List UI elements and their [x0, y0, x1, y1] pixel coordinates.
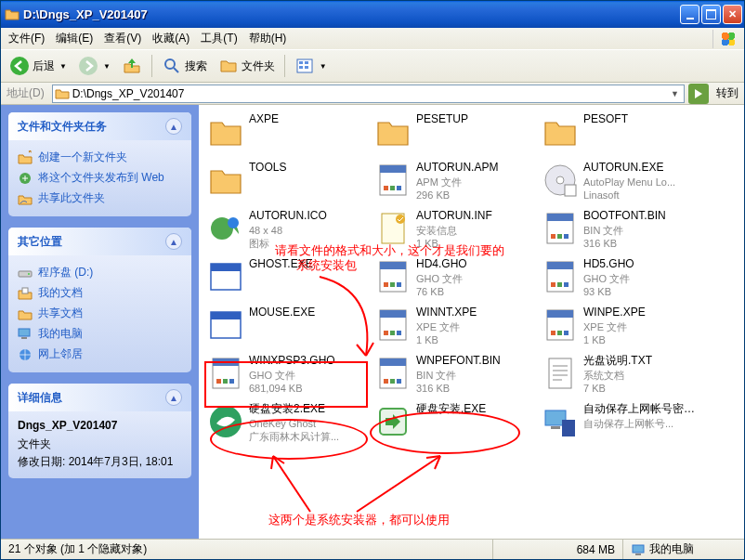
- sidebar-other-item[interactable]: 共享文档: [18, 304, 182, 324]
- address-input[interactable]: [72, 87, 665, 100]
- file-sub1: XPE 文件: [416, 320, 537, 333]
- file-item[interactable]: MOUSE.EXE: [204, 304, 372, 352]
- file-sub1: GHO 文件: [416, 272, 537, 285]
- sidebar-item-label: 我的文档: [38, 286, 83, 301]
- file-item[interactable]: WNPEFONT.BINBIN 文件316 KB: [372, 352, 539, 400]
- file-icon: [373, 209, 412, 248]
- svg-rect-54: [551, 331, 555, 335]
- svg-text:*: *: [28, 150, 33, 160]
- file-sub2: 1 KB: [416, 333, 537, 346]
- file-sub2: Linasoft: [583, 189, 704, 202]
- sidebar-other-item[interactable]: 我的文档: [18, 283, 182, 304]
- file-item[interactable]: WINXPSP3.GHOGHO 文件681,094 KB: [204, 352, 372, 400]
- svg-rect-44: [564, 282, 569, 287]
- file-item[interactable]: 硬盘安装.EXE: [372, 400, 539, 449]
- file-sub2: 681,094 KB: [249, 382, 370, 395]
- svg-rect-59: [216, 379, 221, 384]
- file-item[interactable]: AUTORUN.ICO48 x 48图标: [204, 207, 372, 255]
- file-item[interactable]: BOOTFONT.BINBIN 文件316 KB: [539, 207, 706, 255]
- file-name: AUTORUN.EXE: [583, 161, 704, 176]
- sidebar-task-item[interactable]: 共享此文件夹: [18, 189, 182, 209]
- file-item[interactable]: AUTORUN.INF安装信息1 KB: [372, 207, 539, 255]
- file-item[interactable]: PESOFT: [539, 111, 706, 159]
- file-item[interactable]: 光盘说明.TXT系统文档7 KB: [539, 352, 706, 400]
- menu-edit[interactable]: 编辑(E): [50, 28, 98, 49]
- file-name: BOOTFONT.BIN: [583, 209, 704, 224]
- menu-help[interactable]: 帮助(H): [243, 28, 293, 49]
- sidebar-other-item[interactable]: 网上邻居: [18, 345, 182, 365]
- panel-tasks-header[interactable]: 文件和文件夹任务 ▲: [8, 112, 191, 140]
- file-sub2: 296 KB: [416, 189, 537, 202]
- minimize-button[interactable]: [680, 5, 699, 24]
- svg-rect-73: [633, 545, 644, 553]
- go-button[interactable]: [688, 84, 709, 104]
- sidebar-task-item[interactable]: *创建一个新文件夹: [18, 148, 182, 168]
- chevron-down-icon: ▼: [320, 62, 327, 71]
- newfolder-icon: *: [18, 150, 33, 165]
- file-item[interactable]: AUTORUN.APMAPM 文件296 KB: [372, 159, 539, 207]
- views-button[interactable]: ▼: [290, 53, 332, 79]
- svg-rect-4: [299, 61, 303, 64]
- address-box[interactable]: ▼: [52, 85, 685, 103]
- file-item[interactable]: PESETUP: [372, 111, 539, 159]
- svg-rect-72: [562, 420, 575, 436]
- sidebar-other-item[interactable]: 程序盘 (D:): [18, 263, 182, 283]
- file-item[interactable]: WINPE.XPEXPE 文件1 KB: [539, 304, 706, 352]
- file-icon: [206, 354, 245, 393]
- search-button[interactable]: 搜索: [157, 53, 212, 79]
- file-name: HD5.GHO: [583, 257, 704, 272]
- file-item[interactable]: AXPE: [204, 111, 372, 159]
- svg-rect-41: [547, 262, 573, 269]
- sidebar-item-label: 将这个文件夹发布到 Web: [38, 171, 164, 186]
- details-type: 文件夹: [18, 436, 182, 453]
- go-label: 转到: [712, 85, 742, 101]
- search-icon: [162, 56, 182, 76]
- close-button[interactable]: [723, 5, 742, 24]
- file-item[interactable]: WINNT.XPEXPE 文件1 KB: [372, 304, 539, 352]
- file-sub1: AutoPlay Menu Lo...: [583, 176, 704, 189]
- computer-icon: [631, 542, 646, 557]
- file-name: AUTORUN.INF: [416, 209, 537, 224]
- svg-rect-74: [635, 553, 641, 555]
- sidebar-other-item[interactable]: 我的电脑: [18, 324, 182, 345]
- menu-view[interactable]: 查看(V): [98, 28, 147, 49]
- svg-rect-37: [384, 282, 388, 287]
- menu-file[interactable]: 文件(F): [3, 28, 50, 49]
- file-item[interactable]: TOOLS: [204, 159, 372, 207]
- views-icon: [294, 56, 315, 76]
- file-icon: [373, 402, 412, 441]
- file-icon: [373, 112, 412, 151]
- panel-tasks: 文件和文件夹任务 ▲ *创建一个新文件夹将这个文件夹发布到 Web共享此文件夹: [8, 112, 191, 216]
- forward-button[interactable]: ▼: [73, 53, 115, 79]
- menu-tools[interactable]: 工具(T): [195, 28, 242, 49]
- svg-rect-18: [384, 186, 388, 190]
- file-item[interactable]: 自动保存上网帐号密码到U盘.EXE自动保存上网帐号...: [539, 400, 706, 449]
- maximize-button[interactable]: [701, 5, 721, 24]
- svg-rect-55: [557, 331, 562, 335]
- file-sub1: OneKey Ghost: [249, 417, 370, 430]
- back-button[interactable]: 后退 ▼: [5, 53, 72, 79]
- svg-rect-66: [397, 379, 401, 384]
- panel-details-header[interactable]: 详细信息 ▲: [8, 384, 191, 411]
- svg-rect-56: [564, 331, 569, 335]
- up-button[interactable]: [117, 53, 147, 79]
- file-sub1: 48 x 48: [249, 224, 370, 237]
- file-name: WINPE.XPE: [583, 306, 704, 320]
- file-item[interactable]: 硬盘安装2.EXEOneKey Ghost广东雨林木风计算...: [204, 400, 372, 449]
- file-list-area[interactable]: AXPEPESETUPPESOFTTOOLSAUTORUN.APMAPM 文件2…: [199, 105, 744, 539]
- file-item[interactable]: HD5.GHOGHO 文件93 KB: [539, 255, 706, 304]
- panel-other-header[interactable]: 其它位置 ▲: [8, 228, 191, 255]
- svg-rect-39: [397, 282, 401, 287]
- file-item[interactable]: GHOST.EXE: [204, 255, 372, 304]
- file-item[interactable]: HD4.GHOGHO 文件76 KB: [372, 255, 539, 304]
- search-label: 搜索: [185, 59, 207, 74]
- svg-rect-50: [390, 331, 395, 335]
- collapse-icon: ▲: [165, 118, 182, 135]
- menu-favorites[interactable]: 收藏(A): [147, 28, 195, 49]
- chevron-down-icon[interactable]: ▼: [668, 89, 682, 98]
- sidebar-task-item[interactable]: 将这个文件夹发布到 Web: [18, 168, 182, 189]
- file-item[interactable]: AUTORUN.EXEAutoPlay Menu Lo...Linasoft: [539, 159, 706, 207]
- svg-point-22: [556, 176, 564, 184]
- file-sub1: GHO 文件: [583, 272, 704, 285]
- folders-button[interactable]: 文件夹: [214, 53, 280, 79]
